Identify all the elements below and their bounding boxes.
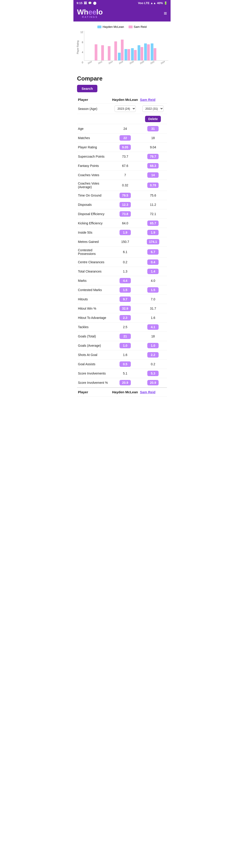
row-p1-value: 0.32 (111, 180, 139, 191)
season-row: Season (Age) 2023 (24) 2022 (23) 2021 (2… (77, 103, 167, 114)
col-header-p2: Sam Reid (139, 96, 167, 103)
row-label: Disposals (77, 200, 111, 210)
highlight-p2: 1.9 (147, 230, 159, 235)
row-p1-value: 5.1 (111, 369, 139, 378)
season-label: Season (Age) (77, 103, 111, 114)
table-row: Goals (Average)1.01.0 (77, 341, 167, 350)
row-p2-value: 6.7 (139, 247, 167, 257)
row-p1-value: 21 (111, 332, 139, 341)
bar-p2-2012 (95, 44, 97, 60)
table-row: Goal Assists0.50.2 (77, 360, 167, 369)
highlight-p1: 9.7 (119, 297, 131, 302)
bar-group-2020b (131, 48, 137, 60)
highlight-p1: 12.3 (119, 202, 131, 207)
table-row: Shots At Goal1.62.2 (77, 350, 167, 360)
col-header-p1: Hayden McLean (111, 96, 139, 103)
table-row: Score Involvement %20.920.9 (77, 378, 167, 388)
highlight-p2: 0.78 (147, 183, 159, 188)
bar-p1-2020a (125, 49, 127, 60)
highlight-p1: 4.4 (119, 278, 131, 283)
bar-p2-2020b (134, 50, 137, 60)
table-row: Time On Ground79.575.6 (77, 191, 167, 200)
highlight-p1: 22 (119, 135, 131, 141)
highlight-p2: 4.1 (147, 324, 159, 330)
row-label: Coaches Votes (77, 170, 111, 180)
row-label: Time On Ground (77, 191, 111, 200)
legend-p2-color (129, 26, 133, 28)
bar-p2-2018b (121, 39, 124, 60)
row-p1-value: 1.5 (111, 285, 139, 295)
row-label: Centre Clearances (77, 257, 111, 267)
row-label: Score Involvement % (77, 378, 111, 388)
footer-row: Player Hayden McLean Sam Reid (77, 388, 167, 397)
x-labels: 2010 2012 2014 2016 2018 2020 2022 2024 (84, 62, 168, 64)
table-row: Tackles2.54.1 (77, 322, 167, 332)
highlight-p1: 32.9 (119, 306, 131, 311)
chart-bars-area (84, 31, 168, 61)
row-p2-value: 75.6 (139, 191, 167, 200)
table-row: Goals (Total)2118 (77, 332, 167, 341)
highlight-p1: 1.0 (119, 343, 131, 348)
status-icon-circle: ⬤ (93, 1, 97, 5)
bar-group-2018a (111, 41, 117, 60)
row-p1-value: 2.3 (111, 313, 139, 322)
highlight-p2: 31 (147, 126, 159, 131)
row-p2-value: 18 (139, 332, 167, 341)
table-row: Contested Marks1.51.5 (77, 285, 167, 295)
highlight-p2: 1.5 (147, 287, 159, 293)
table-row: Marks4.44.0 (77, 276, 167, 285)
table-row: Fantasy Points67.668.3 (77, 161, 167, 170)
bar-group-2016 (105, 46, 110, 60)
bar-p1-2020b (131, 48, 134, 60)
row-p2-value: 5.3 (139, 369, 167, 378)
bar-group-2018b (118, 39, 124, 60)
row-p2-value: 68.3 (139, 161, 167, 170)
bar-p1-2022a (138, 45, 140, 60)
row-p2-value: 20.9 (139, 378, 167, 388)
highlight-p1: 20.9 (119, 380, 131, 385)
legend-p1-color (97, 26, 101, 28)
season-p2-select[interactable]: 2022 (31) 2021 (30) 2020 (29) (142, 105, 164, 112)
row-p1-value: 0.2 (111, 257, 139, 267)
table-row: Disposal Efficiency73.872.1 (77, 210, 167, 219)
table-row: Coaches Votes714 (77, 170, 167, 180)
row-p2-value: 79.7 (139, 152, 167, 161)
highlight-p1: 1.9 (119, 230, 131, 235)
row-p2-value: 2.2 (139, 350, 167, 360)
app-logo-sub: RATINGS (82, 16, 98, 18)
row-p2-value: 4.1 (139, 322, 167, 332)
delete-button[interactable]: Delete (145, 116, 161, 122)
bar-group-2020a (125, 49, 130, 60)
table-row: Contested Possessions6.16.7 (77, 247, 167, 257)
bar-p2-2018a (114, 41, 117, 60)
row-label: Inside 50s (77, 228, 111, 237)
row-p1-value: 7 (111, 170, 139, 180)
season-p1-select[interactable]: 2023 (24) 2022 (23) 2021 (22) (114, 105, 136, 112)
row-label: Contested Marks (77, 285, 111, 295)
row-p1-value: 9.05 (111, 143, 139, 152)
bar-group-2012 (92, 44, 97, 60)
row-label: Metres Gained (77, 237, 111, 247)
row-p2-value: 72.1 (139, 210, 167, 219)
highlight-p2: 14 (147, 172, 159, 178)
highlight-p2: 20.9 (147, 380, 159, 385)
row-label: Supercoach Points (77, 152, 111, 161)
highlight-p1: 73.8 (119, 211, 131, 217)
season-p1-select-cell[interactable]: 2023 (24) 2022 (23) 2021 (22) (111, 103, 139, 114)
legend-p2: Sam Reid (129, 25, 147, 29)
row-label: Age (77, 124, 111, 133)
search-button[interactable]: Search (77, 85, 97, 92)
bar-p2-2024 (153, 48, 156, 60)
bar-group-2024 (151, 43, 156, 60)
table-row: Kicking Efficiency64.065.7 (77, 219, 167, 228)
highlight-p2: 1.4 (147, 269, 159, 274)
row-label: Coaches Votes (Average) (77, 180, 111, 191)
menu-button[interactable]: ≡ (164, 10, 167, 17)
highlight-p2: 0.4 (147, 259, 159, 265)
row-p1-value: 20.9 (111, 378, 139, 388)
highlight-p2: 174.1 (147, 239, 159, 245)
row-label: Goal Assists (77, 360, 111, 369)
row-label: Tackles (77, 322, 111, 332)
season-p2-select-cell[interactable]: 2022 (31) 2021 (30) 2020 (29) (139, 103, 167, 114)
footer-player-col: Player (77, 388, 111, 397)
